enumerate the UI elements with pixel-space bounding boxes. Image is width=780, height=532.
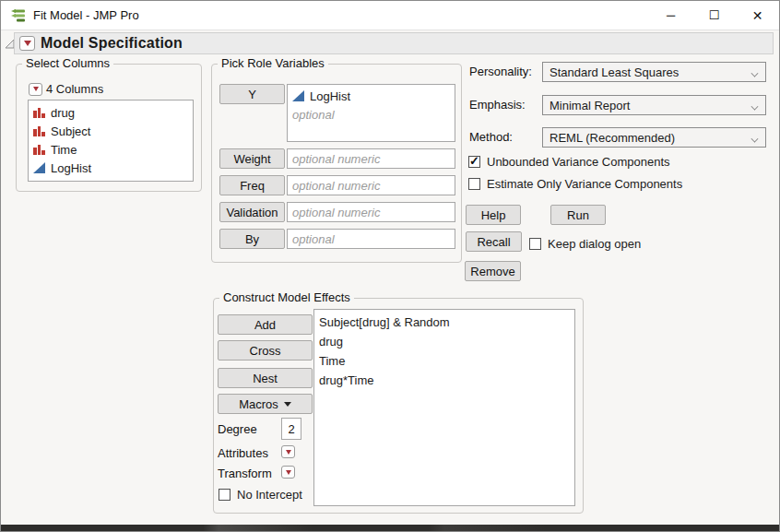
- no-intercept-checkbox[interactable]: [219, 489, 230, 501]
- keep-dialog-checkbox[interactable]: [529, 238, 541, 250]
- red-triangle-icon: [286, 470, 291, 475]
- no-intercept-row: No Intercept: [219, 488, 302, 502]
- column-name: LogHist: [51, 161, 91, 175]
- remove-button-label: Remove: [470, 265, 514, 278]
- chevron-down-icon: [751, 136, 759, 140]
- personality-label: Personality:: [469, 65, 532, 78]
- title-bar: Fit Model - JMP Pro ─ ☐ ✕: [1, 1, 779, 30]
- y-variable[interactable]: LogHist: [288, 87, 455, 105]
- jmp-app-icon: [10, 8, 26, 22]
- y-role-button[interactable]: Y: [219, 84, 285, 104]
- cross-button[interactable]: Cross: [218, 340, 313, 361]
- nominal-column-icon: [33, 107, 45, 118]
- close-button[interactable]: ✕: [736, 1, 779, 30]
- add-button-label: Add: [254, 318, 276, 332]
- dropdown-arrow-icon: [284, 402, 291, 407]
- by-role-box[interactable]: optional: [287, 229, 455, 249]
- pick-role-variables-group: Pick Role Variables Y LogHist optional W…: [211, 64, 462, 263]
- transform-red-triangle-button[interactable]: [281, 466, 295, 479]
- list-item[interactable]: Subject: [29, 122, 193, 140]
- cross-button-label: Cross: [250, 344, 281, 358]
- run-button[interactable]: Run: [550, 205, 606, 225]
- freq-role-button[interactable]: Freq: [219, 175, 285, 195]
- recall-button[interactable]: Recall: [466, 231, 522, 252]
- nominal-column-icon: [33, 125, 45, 136]
- red-triangle-icon: [286, 450, 291, 455]
- personality-value: Standard Least Squares: [550, 65, 679, 79]
- y-placeholder: optional: [288, 105, 455, 124]
- red-triangle-menu-button[interactable]: [19, 36, 35, 51]
- remove-button[interactable]: Remove: [465, 261, 521, 281]
- effect-item[interactable]: Subject[drug] & Random: [314, 313, 574, 332]
- unbounded-variance-label: Unbounded Variance Components: [487, 155, 670, 169]
- background-window-edge: [1, 525, 779, 531]
- columns-count-row: 4 Columns: [24, 82, 103, 96]
- nest-button[interactable]: Nest: [218, 368, 313, 388]
- effect-item[interactable]: drug*Time: [314, 371, 574, 390]
- maximize-icon: ☐: [709, 8, 720, 22]
- method-value: REML (Recommended): [550, 131, 675, 145]
- help-button-label: Help: [481, 208, 506, 222]
- attributes-red-triangle-button[interactable]: [281, 445, 295, 458]
- window-controls: ─ ☐ ✕: [649, 1, 779, 30]
- estimate-only-checkbox[interactable]: [468, 178, 480, 190]
- run-button-label: Run: [567, 208, 589, 222]
- effect-item[interactable]: drug: [314, 332, 574, 351]
- help-button[interactable]: Help: [466, 205, 521, 225]
- recall-button-label: Recall: [477, 235, 510, 249]
- validation-role-box[interactable]: optional numeric: [287, 202, 455, 222]
- emphasis-dropdown[interactable]: Minimal Report: [542, 95, 766, 115]
- emphasis-value: Minimal Report: [550, 99, 630, 112]
- degree-label: Degree: [218, 422, 257, 436]
- effect-item[interactable]: Time: [314, 351, 574, 371]
- column-name: drug: [51, 106, 75, 120]
- validation-role-button-label: Validation: [226, 206, 278, 219]
- macros-button[interactable]: Macros: [218, 394, 313, 414]
- y-variable-name: LogHist: [310, 89, 350, 103]
- red-triangle-icon: [24, 41, 31, 46]
- method-label: Method:: [469, 130, 513, 144]
- columns-listbox[interactable]: drug Subject Time LogHist: [28, 100, 194, 182]
- list-item[interactable]: LogHist: [29, 159, 193, 177]
- columns-red-triangle-button[interactable]: [29, 83, 42, 96]
- attributes-label: Attributes: [218, 446, 268, 460]
- by-role-button[interactable]: By: [219, 229, 285, 249]
- degree-input[interactable]: [281, 418, 301, 440]
- continuous-column-icon: [292, 90, 304, 101]
- transform-label: Transform: [218, 467, 272, 480]
- add-button[interactable]: Add: [218, 314, 313, 335]
- unbounded-variance-checkbox[interactable]: [468, 156, 480, 168]
- effects-listbox[interactable]: Subject[drug] & Random drug Time drug*Ti…: [313, 309, 575, 506]
- nest-button-label: Nest: [253, 372, 278, 385]
- macros-button-label: Macros: [239, 397, 278, 411]
- weight-role-button-label: Weight: [233, 152, 270, 166]
- by-role-button-label: By: [245, 232, 259, 246]
- keep-dialog-label: Keep dialog open: [548, 237, 641, 251]
- column-name: Subject: [51, 124, 90, 138]
- personality-dropdown[interactable]: Standard Least Squares: [542, 62, 766, 82]
- list-item[interactable]: Time: [29, 140, 193, 159]
- weight-role-box[interactable]: optional numeric: [287, 148, 455, 169]
- no-intercept-label: No Intercept: [237, 488, 302, 502]
- method-dropdown[interactable]: REML (Recommended): [542, 127, 766, 148]
- keep-dialog-row: Keep dialog open: [529, 237, 641, 251]
- column-name: Time: [51, 143, 77, 157]
- minimize-button[interactable]: ─: [649, 1, 692, 30]
- validation-role-button[interactable]: Validation: [219, 202, 285, 222]
- y-role-button-label: Y: [248, 88, 256, 101]
- select-columns-group: Select Columns 4 Columns drug Subject Ti…: [16, 64, 202, 192]
- select-columns-label: Select Columns: [22, 56, 113, 70]
- estimate-only-row: Estimate Only Variance Components: [468, 177, 682, 191]
- minimize-icon: ─: [667, 8, 675, 22]
- freq-role-box[interactable]: optional numeric: [287, 175, 455, 195]
- nominal-column-icon: [33, 144, 45, 155]
- construct-model-effects-label: Construct Model Effects: [219, 290, 354, 304]
- columns-count-label: 4 Columns: [46, 82, 103, 96]
- maximize-button[interactable]: ☐: [692, 1, 736, 30]
- y-role-box[interactable]: LogHist optional: [287, 84, 455, 142]
- emphasis-label: Emphasis:: [469, 98, 526, 112]
- window-title: Fit Model - JMP Pro: [33, 8, 139, 22]
- model-specification-header: Model Specification: [14, 32, 774, 54]
- list-item[interactable]: drug: [29, 103, 193, 122]
- weight-role-button[interactable]: Weight: [219, 148, 285, 169]
